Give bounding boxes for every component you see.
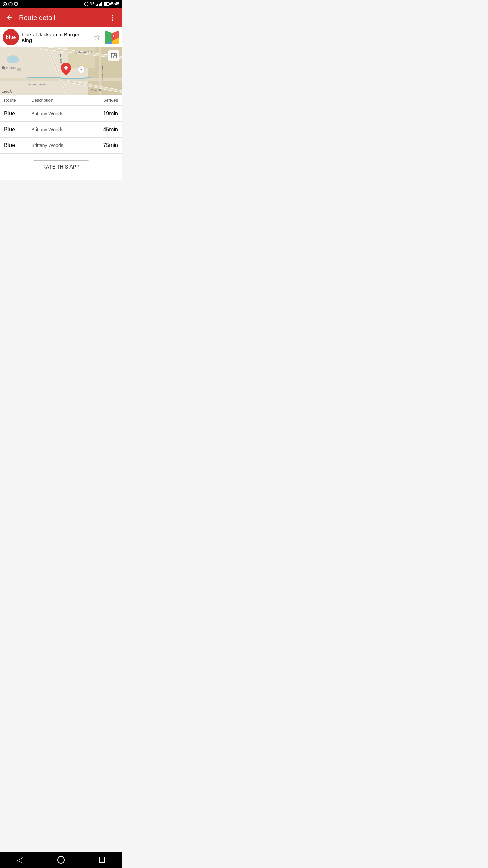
more-dot xyxy=(112,19,113,21)
rate-section: RATE THIS APP xyxy=(0,154,122,180)
more-options-button[interactable] xyxy=(106,11,119,24)
maps-button[interactable] xyxy=(105,30,119,44)
svg-text:6: 6 xyxy=(80,68,82,72)
back-arrow-icon xyxy=(6,14,13,21)
status-info-right: 5:45 xyxy=(84,2,119,6)
more-dot xyxy=(112,17,113,18)
col-route-header: Route xyxy=(4,98,31,103)
map-area[interactable]: 6 Anderson Rd Heritage Dr Hathorn Rd Jac… xyxy=(0,47,122,95)
more-dot xyxy=(112,15,113,16)
svg-point-1 xyxy=(4,3,6,5)
route-name: blue at Jackson at Burger King xyxy=(22,32,91,43)
toolbar-title: Route detail xyxy=(19,14,103,22)
svg-rect-31 xyxy=(17,68,21,71)
shield-icon xyxy=(8,2,13,6)
svg-point-42 xyxy=(64,66,68,70)
svg-point-2 xyxy=(15,2,18,6)
battery-icon xyxy=(104,2,110,6)
row-route-2: Blue xyxy=(4,142,31,149)
row-route-1: Blue xyxy=(4,126,31,133)
status-time: 5:45 xyxy=(111,2,119,6)
svg-point-4 xyxy=(16,3,17,4)
back-button[interactable] xyxy=(3,11,16,24)
table-row: Blue Brittany Woods 75min xyxy=(0,138,122,154)
notification-icon xyxy=(3,2,7,6)
svg-text:Google: Google xyxy=(2,90,12,93)
row-description-1: Brittany Woods xyxy=(31,127,94,132)
svg-rect-44 xyxy=(111,53,116,58)
expand-icon xyxy=(111,53,117,58)
table-row: Blue Brittany Woods 19min xyxy=(0,106,122,122)
row-description-0: Brittany Woods xyxy=(31,111,94,116)
svg-line-5 xyxy=(14,2,15,3)
row-route-0: Blue xyxy=(4,111,31,117)
android-icon xyxy=(14,2,18,6)
wifi-icon xyxy=(90,2,95,6)
signal-icon xyxy=(96,2,102,6)
status-bar: 5:45 xyxy=(0,0,122,8)
maps-icon xyxy=(105,30,119,44)
route-header: blue blue at Jackson at Burger King ☆ xyxy=(0,27,122,47)
status-icons-left xyxy=(3,2,18,6)
row-arrives-0: 19min xyxy=(94,111,118,117)
table-row: Blue Brittany Woods 45min xyxy=(0,122,122,138)
svg-text:Davis Dr: Davis Dr xyxy=(92,88,102,92)
svg-text:Hathorn Rd: Hathorn Rd xyxy=(101,66,104,80)
svg-line-6 xyxy=(17,2,18,3)
map-expand-button[interactable] xyxy=(108,50,119,61)
table-header: Route Description Arrives xyxy=(0,95,122,106)
svg-point-15 xyxy=(113,35,114,37)
empty-space xyxy=(0,180,122,262)
svg-point-3 xyxy=(15,3,16,4)
favorite-star-button[interactable]: ☆ xyxy=(94,33,101,42)
minus-icon xyxy=(84,2,88,6)
rate-app-button[interactable]: RATE THIS APP xyxy=(33,160,89,173)
col-description-header: Description xyxy=(31,98,94,103)
svg-point-30 xyxy=(7,55,19,63)
route-badge: blue xyxy=(3,29,19,45)
routes-table: Route Description Arrives Blue Brittany … xyxy=(0,95,122,154)
toolbar: Route detail xyxy=(0,8,122,27)
col-arrives-header: Arrives xyxy=(94,98,118,103)
svg-text:ington Pointe: ington Pointe xyxy=(2,67,16,70)
row-description-2: Brittany Woods xyxy=(31,143,94,148)
map-image: 6 Anderson Rd Heritage Dr Hathorn Rd Jac… xyxy=(0,47,122,95)
row-arrives-1: 45min xyxy=(94,126,118,133)
svg-text:Jackson Ave W: Jackson Ave W xyxy=(27,83,46,86)
row-arrives-2: 75min xyxy=(94,142,118,149)
